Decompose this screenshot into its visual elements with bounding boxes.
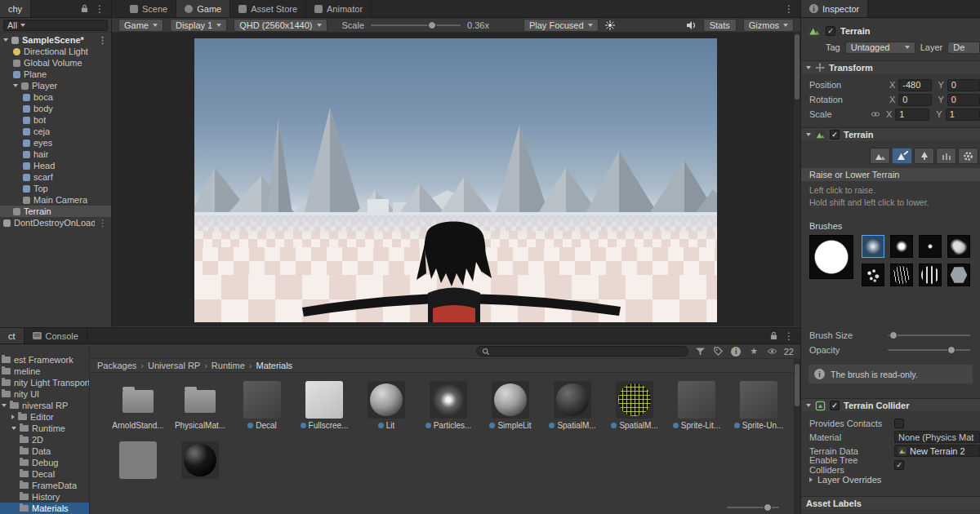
play-focused-dropdown[interactable]: Play Focused <box>523 19 599 32</box>
tree-item[interactable]: nity UI <box>0 388 89 400</box>
asset-item-material[interactable]: Particles... <box>428 381 469 430</box>
lock-icon[interactable] <box>770 331 777 340</box>
asset-item-material[interactable]: SimpleLit <box>490 381 531 430</box>
brush-thumb-selected[interactable] <box>862 235 884 258</box>
viewport-scrollbar[interactable] <box>794 33 800 326</box>
tree-item[interactable]: Data <box>0 445 89 457</box>
hierarchy-item-eyes[interactable]: eyes <box>0 137 111 148</box>
asset-item-material[interactable]: Sprite-Lit... <box>676 381 717 430</box>
rotation-x-field[interactable]: 0 <box>898 94 931 106</box>
tree-item[interactable]: FrameData <box>0 480 89 491</box>
tab-hierarchy[interactable]: chy <box>0 0 31 17</box>
hierarchy-item-scarf[interactable]: scarf <box>0 171 111 183</box>
hierarchy-item-plane[interactable]: Plane <box>0 69 111 80</box>
flare-icon[interactable] <box>605 20 615 30</box>
tree-item[interactable]: nity Light Transport Lib <box>0 377 89 388</box>
hierarchy-item-head[interactable]: Head <box>0 160 111 171</box>
foldout-open-icon[interactable] <box>3 38 8 42</box>
hierarchy-item-bot[interactable]: bot <box>0 114 111 126</box>
tree-item-materials[interactable]: Materials <box>0 503 89 514</box>
tree-item[interactable]: Runtime <box>0 423 89 434</box>
asset-item-material[interactable]: Fullscree... <box>304 381 345 430</box>
tree-item[interactable]: 2D <box>0 434 89 445</box>
scale-x-field[interactable]: 1 <box>895 109 929 121</box>
layer-overrides-row[interactable]: Layer Overrides <box>801 473 980 485</box>
filter-type-icon[interactable] <box>694 345 706 357</box>
brush-thumb[interactable] <box>919 235 942 258</box>
brush-thumb[interactable] <box>947 235 970 258</box>
breadcrumb-universal-rp[interactable]: Universal RP <box>148 361 200 370</box>
asset-item-folder[interactable]: PhysicalMat... <box>180 381 220 430</box>
brush-thumb[interactable] <box>862 264 884 286</box>
rotation-y-field[interactable]: 0 <box>947 94 980 106</box>
tab-project[interactable]: ct <box>0 328 24 343</box>
tree-item[interactable]: est Framework <box>0 354 89 366</box>
brush-thumb[interactable] <box>890 235 913 258</box>
terrain-settings-tool-button[interactable] <box>958 148 978 164</box>
scene-options-icon[interactable]: ⋮ <box>98 218 111 228</box>
asset-item[interactable] <box>118 441 158 479</box>
audio-mute-icon[interactable] <box>685 20 697 30</box>
info-icon[interactable]: i <box>730 345 742 357</box>
brush-size-slider[interactable] <box>888 335 970 336</box>
active-checkbox[interactable]: ✓ <box>826 26 835 36</box>
tab-game[interactable]: Game <box>176 0 230 17</box>
hierarchy-item-directional-light[interactable]: Directional Light <box>0 46 111 57</box>
project-menu-icon[interactable]: ⋮ <box>784 331 794 341</box>
hierarchy-item-main-camera[interactable]: Main Camera <box>0 194 111 206</box>
lock-icon[interactable] <box>81 4 88 13</box>
tab-animator[interactable]: Animator <box>306 0 372 17</box>
transform-header[interactable]: Transform <box>801 60 980 75</box>
view-menu-icon[interactable]: ⋮ <box>784 4 794 14</box>
hierarchy-item-player[interactable]: Player <box>0 80 111 91</box>
foldout-open-icon[interactable] <box>13 84 18 87</box>
display-dropdown[interactable]: Display 1 <box>170 19 227 32</box>
scrollbar-thumb[interactable] <box>795 34 800 100</box>
tag-dropdown[interactable]: Untagged <box>845 42 915 54</box>
foldout-closed-icon[interactable] <box>11 414 15 419</box>
hidden-items-eye-icon[interactable] <box>766 345 778 357</box>
project-scrollbar[interactable] <box>794 359 800 514</box>
hierarchy-scene-row[interactable]: SampleScene* ⋮ <box>0 34 111 46</box>
tree-item[interactable]: meline <box>0 366 89 377</box>
tab-console[interactable]: Console <box>24 328 87 343</box>
icon-size-slider[interactable] <box>727 507 779 508</box>
paint-trees-tool-button[interactable] <box>914 148 934 164</box>
tree-item[interactable]: History <box>0 491 89 503</box>
tab-asset-store[interactable]: Asset Store <box>230 0 306 17</box>
brush-thumb[interactable] <box>947 264 970 286</box>
paint-details-tool-button[interactable] <box>936 148 956 164</box>
layer-dropdown[interactable]: De <box>947 42 980 54</box>
asset-labels-header[interactable]: Asset Labels <box>801 496 980 511</box>
brush-preview[interactable] <box>809 235 853 279</box>
terrain-data-object-field[interactable]: New Terrain 2 <box>894 445 980 457</box>
paint-terrain-tool-button[interactable] <box>892 148 912 164</box>
breadcrumb-runtime[interactable]: Runtime <box>212 361 245 370</box>
favorite-star-icon[interactable]: ★ <box>748 345 760 357</box>
foldout-open-icon[interactable] <box>2 404 7 407</box>
hierarchy-item-top[interactable]: Top <box>0 183 111 194</box>
icon-size-handle[interactable] <box>764 503 772 512</box>
terrain-enabled-checkbox[interactable]: ✓ <box>830 130 840 140</box>
gizmos-dropdown[interactable]: Gizmos <box>743 19 794 32</box>
hierarchy-menu-icon[interactable]: ⋮ <box>95 4 105 14</box>
material-object-field[interactable]: None (Physics Mat <box>894 431 980 443</box>
asset-item-folder[interactable]: ArnoldStand... <box>118 381 158 430</box>
tab-scene[interactable]: Scene <box>122 0 176 17</box>
opacity-slider[interactable] <box>888 349 970 351</box>
hierarchy-item-dontdestroyonload[interactable]: DontDestroyOnLoad⋮ <box>0 217 111 228</box>
brush-size-handle[interactable] <box>889 331 898 339</box>
hierarchy-item-ceja[interactable]: ceja <box>0 126 111 137</box>
hierarchy-filter-dropdown[interactable]: All <box>3 20 108 31</box>
tree-item[interactable]: Debug <box>0 457 89 468</box>
foldout-open-icon[interactable] <box>11 427 16 430</box>
hierarchy-item-terrain[interactable]: Terrain <box>0 206 111 217</box>
asset-item-material[interactable]: Sprite-Un... <box>738 381 779 430</box>
hierarchy-item-hair[interactable]: hair <box>0 148 111 160</box>
game-viewport[interactable] <box>112 33 800 326</box>
resolution-dropdown[interactable]: QHD (2560x1440) <box>234 19 327 32</box>
brush-thumb[interactable] <box>890 264 913 286</box>
asset-item-material[interactable]: SpatialM... <box>552 381 593 430</box>
stats-button[interactable]: Stats <box>703 19 737 32</box>
filter-label-icon[interactable] <box>712 345 724 357</box>
